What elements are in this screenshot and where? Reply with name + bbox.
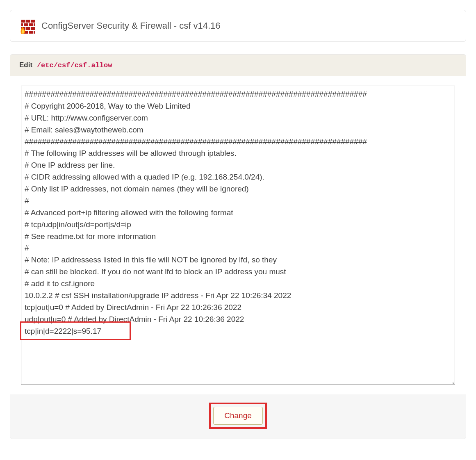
edit-label: Edit [19, 61, 32, 69]
file-content-textarea[interactable] [21, 86, 455, 385]
app-header: ConfigServer Security & Firewall - csf v… [10, 10, 466, 42]
file-editor-panel: Edit /etc/csf/csf.allow Change [10, 54, 466, 439]
annotation-highlight-button: Change [209, 403, 267, 429]
firewall-icon [19, 18, 36, 34]
file-path: /etc/csf/csf.allow [37, 61, 112, 69]
editor-header: Edit /etc/csf/csf.allow [10, 55, 466, 76]
change-button[interactable]: Change [213, 407, 263, 425]
editor-footer: Change [10, 394, 466, 439]
app-title: ConfigServer Security & Firewall - csf v… [41, 20, 221, 31]
